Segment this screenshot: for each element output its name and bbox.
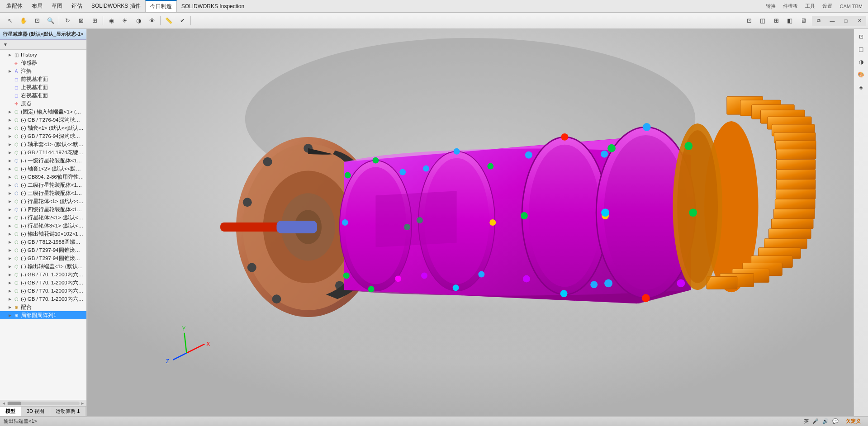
arrow-local-pattern: ▶ — [7, 312, 13, 318]
toolbar-icon-lighting[interactable]: ☀ — [119, 14, 131, 27]
tree-item-shaft-sleeve2[interactable]: ▶ ⬡ (-) 轴套1<2> (默认<<默认>_显示 — [0, 165, 86, 173]
toolbar-icon-zoom-fit[interactable]: ⊡ — [31, 14, 43, 27]
tree-item-mates[interactable]: ▶ ⊕ 配合 — [0, 303, 86, 311]
tree-hscroll[interactable]: ◄ ► — [0, 400, 86, 406]
tree-item-gb297-2[interactable]: ▶ ⬡ (-) GB / T297-94圆锥滚子轴承32: — [0, 254, 86, 262]
scroll-right-btn[interactable]: ► — [81, 401, 85, 406]
feature-tree[interactable]: ▶ ◫ History ▶ ◈ 传感器 ▶ A 注解 ▶ ◻ 前视基准面 — [0, 50, 86, 400]
tree-item-local-pattern[interactable]: ▶ ⊞ 局部圆周阵列1 — [0, 311, 86, 319]
svg-point-56 — [395, 275, 401, 282]
toolbar-icon-right-5[interactable]: 🖥 — [797, 14, 810, 27]
icon-gb70-2: ⬡ — [13, 279, 20, 286]
label-gb297-1: (-) GB / T297-94圆锥滚子轴承3( — [21, 247, 85, 254]
toolbar-icon-right-2[interactable]: ◫ — [756, 14, 769, 27]
status-icon-2[interactable]: 🔊 — [822, 418, 829, 424]
tree-item-output-cover[interactable]: ▶ ⬡ (-) 输出轴端盖<1> (默认<<默认>_显 — [0, 262, 86, 270]
toolbar-icon-right-4[interactable]: ◧ — [783, 14, 796, 27]
right-btn-3[interactable]: ◑ — [855, 56, 867, 68]
3d-canvas[interactable]: X Y Z — [87, 29, 854, 416]
tree-item-stage4-planet[interactable]: ▶ ⬡ (-) 四级行星轮装配体<1> (默认<< — [0, 205, 86, 213]
tree-item-front-plane[interactable]: ▶ ◻ 前视基准面 — [0, 75, 86, 83]
tree-item-fixed-input[interactable]: ▶ ⬡ (固定) 输入轴端盖<1> (默认<<默 — [0, 108, 86, 116]
maximize-btn[interactable]: □ — [839, 16, 853, 26]
tree-item-planet-gear1[interactable]: ▶ ⬡ (-) 行星轮体<1> (默认<<默认>_显 — [0, 197, 86, 205]
tree-item-gb894[interactable]: ▶ ⬡ (-) GB894. 2-86轴用弹性挡圈8: — [0, 173, 86, 181]
toolbar-icon-zoom-window[interactable]: 🔍 — [44, 14, 57, 27]
tree-root-title: 行星减速器 (默认<默认_显示状态-1> — [0, 29, 86, 40]
scroll-track[interactable] — [7, 402, 80, 405]
toolbar-icon-rotate[interactable]: ↻ — [61, 14, 74, 27]
icon-gb1144: ⬡ — [13, 149, 20, 156]
tree-item-planet-gear3[interactable]: ▶ ⬡ (-) 行星轮体3<1> (默认<<默认>_显 — [0, 222, 86, 230]
tree-item-shaft-sleeve1[interactable]: ▶ ⬡ (-) 轴套<1> (默认<<默认>>_显示 — [0, 124, 86, 132]
tab-3d-view[interactable]: 3D 视图 — [21, 407, 50, 416]
menu-evaluate[interactable]: 评估 — [67, 0, 87, 12]
arrow-shaft-sleeve1: ▶ — [7, 125, 13, 131]
arrow-gb297-1: ▶ — [7, 247, 13, 253]
toolbar-icon-right-1[interactable]: ⊡ — [743, 14, 755, 27]
toolbar-icon-model-check[interactable]: ✔ — [176, 14, 189, 27]
menu-solidworks-plugins[interactable]: SOLIDWORKS 插件 — [87, 0, 145, 12]
tree-item-output-spline[interactable]: ▶ ⬡ (-) 输出轴花键10×102×108×16: — [0, 230, 86, 238]
svg-point-16 — [243, 198, 252, 207]
tree-item-origin[interactable]: ▶ ✚ 原点 — [0, 99, 86, 108]
tree-item-stage3-planet[interactable]: ▶ ⬡ (-) 三级行星轮装配体<1> (默认<< — [0, 189, 86, 197]
svg-point-74 — [523, 275, 530, 282]
right-btn-2[interactable]: ◫ — [855, 43, 867, 55]
tree-item-gb276-1[interactable]: ▶ ⬡ (-) GB / T276-94深沟球轴承601: — [0, 116, 86, 124]
tree-item-right-plane[interactable]: ▶ ◻ 右视基准面 — [0, 91, 86, 99]
tree-item-gb812[interactable]: ▶ ⬡ (-) GB / T812-1988圆螺母M110: — [0, 238, 86, 246]
icon-right-plane: ◻ — [13, 92, 20, 99]
tree-item-gb70-2[interactable]: ▶ ⬡ (-) GB / T70. 1-2000内六角圆柱: — [0, 279, 86, 287]
right-btn-1[interactable]: ⊡ — [855, 31, 867, 43]
menu-layout[interactable]: 布局 — [27, 0, 47, 12]
menu-sw-inspection[interactable]: SOLIDWORKS Inspection — [177, 1, 249, 11]
tree-item-gb297-1[interactable]: ▶ ⬡ (-) GB / T297-94圆锥滚子轴承3( — [0, 246, 86, 254]
right-btn-5[interactable]: ◈ — [855, 81, 867, 93]
tree-item-gb70-1[interactable]: ▶ ⬡ (-) GB / T70. 1-2000内六角圆柱: — [0, 270, 86, 279]
tree-item-top-plane[interactable]: ▶ ◻ 上视基准面 — [0, 83, 86, 91]
close-btn[interactable]: ✕ — [853, 16, 866, 26]
tree-item-stage1-planet[interactable]: ▶ ⬡ (-) 一级行星轮装配体<1> (默认<< — [0, 156, 86, 165]
tree-item-bearing-sleeve1[interactable]: ▶ ⬡ (-) 轴承套<1> (默认<<默认>_显 — [0, 140, 86, 148]
tree-item-gb70-3[interactable]: ▶ ⬡ (-) GB / T70. 1-2000内六角圆柱: — [0, 287, 86, 295]
toolbar-icon-section-view[interactable]: ⊠ — [75, 14, 87, 27]
icon-gb276-1: ⬡ — [13, 117, 20, 123]
toolbar-icon-right-3[interactable]: ⊞ — [770, 14, 783, 27]
viewport[interactable]: X Y Z — [87, 29, 854, 416]
icon-gb70-4: ⬡ — [13, 296, 20, 302]
tree-item-gb70-4[interactable]: ▶ ⬡ (-) GB / T70. 1-2000内六角圆柱: — [0, 295, 86, 303]
tree-item-gb276-2[interactable]: ▶ ⬡ (-) GB / T276-94深沟球轴承601: — [0, 132, 86, 140]
svg-rect-35 — [776, 149, 816, 159]
minimize-btn[interactable]: — — [825, 16, 839, 26]
menu-assemble[interactable]: 装配体 — [2, 0, 27, 12]
restore-btn[interactable]: ⧉ — [812, 16, 825, 26]
tree-toolbar-filter[interactable]: ▼ — [1, 41, 10, 49]
svg-point-58 — [343, 272, 350, 279]
status-mic-icon[interactable]: 🎤 — [812, 418, 819, 424]
tree-item-planet-gear2[interactable]: ▶ ⬡ (-) 行星轮体2<1> (默认<<默认>_显 — [0, 213, 86, 222]
right-btn-4[interactable]: 🎨 — [855, 69, 867, 80]
toolbar-icon-arrow[interactable]: ↖ — [4, 14, 16, 27]
toolbar-icon-shadow[interactable]: ◑ — [132, 14, 145, 27]
toolbar-icon-pan[interactable]: ✋ — [17, 14, 30, 27]
menu-today-manufacture[interactable]: 今日制造 — [145, 0, 177, 12]
svg-point-54 — [399, 169, 406, 175]
toolbar-icon-measure[interactable]: 📏 — [162, 14, 175, 27]
tree-item-history[interactable]: ▶ ◫ History — [0, 51, 86, 59]
label-planet2: (-) 行星轮体2<1> (默认<<默认>_显 — [21, 214, 85, 221]
tree-item-annotation[interactable]: ▶ A 注解 — [0, 67, 86, 75]
scroll-left-btn[interactable]: ◄ — [2, 401, 6, 406]
tree-item-gb1144[interactable]: ▶ ⬡ (-) GB / T1144-1974花键6×23× — [0, 148, 86, 156]
arrow-annotation: ▶ — [7, 68, 13, 74]
menu-sketch[interactable]: 草图 — [47, 0, 67, 12]
tree-item-stage2-planet[interactable]: ▶ ⬡ (-) 二级行星轮装配体<1> (默认<< — [0, 181, 86, 189]
tab-motion[interactable]: 运动算例 1 — [50, 407, 85, 416]
toolbar-icon-view-orientation[interactable]: ⊞ — [88, 14, 101, 27]
toolbar-icon-hide[interactable]: 👁 — [146, 14, 158, 27]
toolbar-icon-display-style[interactable]: ◉ — [105, 14, 118, 27]
tab-model[interactable]: 模型 — [0, 407, 21, 416]
status-icon-3[interactable]: 💬 — [832, 418, 839, 424]
tree-item-sensor[interactable]: ▶ ◈ 传感器 — [0, 59, 86, 67]
icon-mates: ⊕ — [13, 304, 20, 310]
